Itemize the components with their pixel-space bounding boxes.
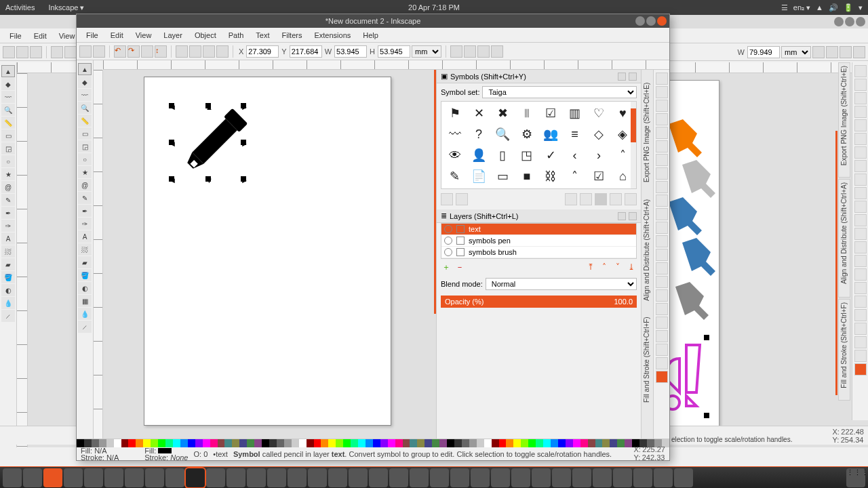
palette-swatch[interactable] [128,439,136,447]
palette-swatch[interactable] [543,439,551,447]
zoom-tool[interactable]: 🔍 [1,104,15,116]
layer-visibility-toggle[interactable] [444,248,452,256]
dock-app-icon[interactable] [145,468,164,487]
palette-swatch[interactable] [484,439,492,447]
symbolset-select[interactable]: Taiga [482,86,637,98]
tool-button[interactable] [93,45,105,58]
snap-button[interactable] [656,181,668,193]
menu-filters[interactable]: Filters [277,30,308,41]
bezier-tool[interactable]: ✒ [1,207,15,219]
send-to-canvas-button[interactable] [441,193,453,205]
selection-handle[interactable]: ▼ [205,176,211,182]
zoom-out-button[interactable] [610,193,622,205]
snap-button[interactable] [656,371,668,383]
menu-edit[interactable]: Edit [105,30,129,41]
palette-swatch[interactable] [625,439,632,447]
dock-tab-align[interactable]: Align and Distribute (Shift+Ctrl+A) [838,179,850,298]
tool-button[interactable] [491,45,503,58]
measure-tool[interactable]: 📏 [78,115,92,127]
rect-tool[interactable]: ▭ [1,129,15,142]
snap-button[interactable] [854,268,867,281]
palette-swatch[interactable] [588,439,595,447]
snap-button[interactable] [854,255,867,267]
snap-button[interactable] [656,113,668,125]
snap-button[interactable] [656,73,668,85]
connector-tool[interactable]: ⟋ [78,321,92,333]
symbol-item[interactable]: ◳ [516,146,537,164]
snap-button[interactable] [656,276,668,288]
tool-button[interactable] [64,46,77,58]
snap-button[interactable] [854,350,867,362]
symbol-item[interactable]: ♡ [588,104,609,122]
palette-swatch[interactable] [617,439,625,447]
dock-app-icon[interactable] [674,468,693,487]
w-input[interactable] [334,45,367,58]
front-canvas[interactable]: ◄ ▲ ► ◄ ► ◄ ▼ ► [103,70,436,448]
palette-swatch[interactable] [499,439,507,447]
palette-swatch[interactable] [536,439,543,447]
get-from-canvas-button[interactable] [456,193,468,205]
mesh-tool[interactable]: ▦ [78,295,92,307]
palette-swatch[interactable] [351,439,358,447]
palette-swatch[interactable] [358,439,366,447]
symbol-item[interactable]: ✕ [468,104,489,122]
selection-handle[interactable]: ► [241,176,246,182]
layer-row[interactable]: text [441,224,636,235]
dock-app-icon[interactable] [511,468,530,487]
panel-iconify-button[interactable] [618,73,626,81]
tray-icon[interactable]: ☰ [781,3,788,12]
gradient-tool[interactable]: ◐ [1,284,15,296]
palette-swatch[interactable] [224,439,232,447]
symbol-item[interactable]: ✎ [444,167,465,185]
palette-swatch[interactable] [432,439,439,447]
snap-button[interactable] [854,160,867,172]
snap-button[interactable] [656,222,668,234]
dock-app-icon[interactable] [654,468,673,487]
symbol-item[interactable]: ✖ [492,104,513,122]
dock-app-icon[interactable] [288,468,307,487]
opacity-slider[interactable]: Opacity (%) 100.0 [441,296,637,308]
spray-tool[interactable]: ⛆ [1,245,15,258]
snap-button[interactable] [656,154,668,166]
activities-button[interactable]: Activities [5,3,35,12]
snap-button[interactable] [854,201,867,213]
selection-handle[interactable] [704,413,709,418]
palette-swatch[interactable] [158,439,165,447]
snap-button[interactable] [854,133,867,145]
snap-button[interactable] [656,140,668,152]
palette-swatch[interactable] [454,439,462,447]
guide-line[interactable] [835,131,837,395]
layer-down-button[interactable]: ˅ [612,262,623,272]
pencil-tool[interactable]: ✎ [78,192,92,204]
panel-iconify-button[interactable] [618,212,626,220]
tool-button[interactable] [840,46,852,58]
palette-swatch[interactable] [492,439,499,447]
palette-swatch[interactable] [366,439,373,447]
tool-button[interactable] [812,46,825,58]
x-input[interactable] [246,45,279,58]
symbol-item[interactable]: 👥 [540,125,561,143]
palette-swatch[interactable] [299,439,307,447]
snap-button[interactable] [854,363,867,375]
snap-button[interactable] [656,289,668,302]
dock-app-icon[interactable] [64,468,83,487]
tool-button[interactable] [216,45,229,58]
scrollbar[interactable] [631,102,636,188]
snap-button[interactable] [656,357,668,369]
circle-tool[interactable]: ○ [1,155,15,167]
palette-swatch[interactable] [180,439,188,447]
guide-line[interactable] [434,70,436,314]
gradient-tool[interactable]: ◐ [78,282,92,294]
palette-swatch[interactable] [195,439,203,447]
layer-row[interactable]: symbols pen [441,235,636,247]
menu-help[interactable]: Help [357,30,384,41]
node-tool[interactable]: ◆ [78,76,92,88]
snap-button[interactable] [656,344,668,356]
network-icon[interactable]: ▲ [816,3,823,12]
menu-file[interactable]: File [81,30,104,41]
symbol-item[interactable]: ☑ [540,104,561,122]
view-button[interactable] [595,193,607,205]
snap-button[interactable] [854,214,867,226]
bucket-tool[interactable]: 🪣 [1,271,15,283]
palette-swatch[interactable] [121,439,129,447]
